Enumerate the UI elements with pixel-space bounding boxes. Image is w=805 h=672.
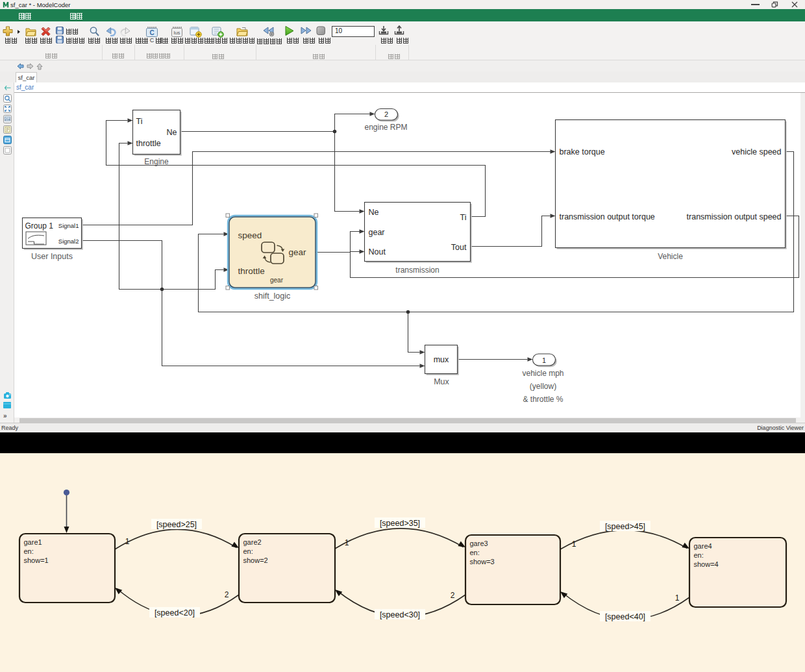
svg-text:brake torque: brake torque [560, 147, 605, 156]
svg-text:1: 1 [572, 540, 576, 549]
svg-text:en:: en: [694, 551, 704, 559]
svg-text:vehicle mph: vehicle mph [522, 369, 564, 378]
svg-text:shift_logic: shift_logic [254, 292, 291, 301]
svg-text:Ne: Ne [167, 128, 177, 137]
svg-text:Signal2: Signal2 [58, 238, 79, 245]
svg-text:gear: gear [288, 247, 306, 257]
svg-text:engine RPM: engine RPM [364, 123, 407, 132]
svg-text:1: 1 [345, 538, 349, 547]
svg-text:1: 1 [125, 537, 130, 546]
svg-text:gare3: gare3 [470, 540, 488, 547]
svg-text:User Inputs: User Inputs [31, 252, 73, 261]
svg-text:Ti: Ti [136, 117, 143, 126]
svg-text:2: 2 [451, 591, 455, 600]
svg-text:throttle: throttle [136, 139, 161, 148]
svg-text:gare4: gare4 [694, 542, 712, 550]
svg-text:& throttle %: & throttle % [523, 395, 563, 404]
svg-text:transmission output speed: transmission output speed [687, 212, 782, 221]
svg-text:gear: gear [369, 228, 385, 237]
svg-text:[speed>35]: [speed>35] [380, 519, 420, 528]
svg-text:Tout: Tout [451, 243, 467, 252]
svg-text:gear: gear [270, 277, 284, 284]
svg-text:[speed>45]: [speed>45] [605, 522, 645, 531]
svg-text:[speed<30]: [speed<30] [380, 610, 420, 619]
svg-text:gare2: gare2 [243, 538, 262, 546]
svg-text:2: 2 [225, 590, 229, 599]
svg-text:1: 1 [542, 356, 546, 364]
svg-text:lus: lus [173, 30, 180, 36]
svg-text:(yellow): (yellow) [530, 382, 556, 391]
svg-text:Signal1: Signal1 [58, 222, 79, 229]
svg-text:Mux: Mux [434, 377, 449, 386]
svg-text:Nout: Nout [369, 247, 386, 256]
svg-text:[speed>25]: [speed>25] [156, 520, 197, 529]
svg-text:show=2: show=2 [243, 556, 268, 564]
svg-text:1: 1 [675, 593, 680, 603]
svg-text:[speed<20]: [speed<20] [155, 608, 195, 617]
svg-text:transmission: transmission [395, 266, 439, 275]
svg-text:C: C [149, 29, 154, 36]
svg-text:Vehicle: Vehicle [658, 252, 683, 261]
svg-text:Group 1: Group 1 [25, 221, 54, 230]
svg-text:speed: speed [238, 230, 262, 240]
svg-text:show=4: show=4 [694, 560, 719, 568]
svg-text:mux: mux [434, 355, 449, 364]
svg-text:Ne: Ne [369, 208, 379, 217]
svg-text:en:: en: [24, 547, 34, 555]
svg-text:Ti: Ti [460, 213, 467, 222]
svg-text:en:: en: [470, 549, 480, 556]
svg-text:en:: en: [243, 547, 253, 555]
svg-text:Engine: Engine [144, 157, 169, 166]
svg-text:gare1: gare1 [24, 538, 42, 546]
svg-text:vehicle speed: vehicle speed [732, 147, 781, 156]
svg-text:[speed<40]: [speed<40] [605, 612, 645, 621]
svg-text:transmission output torque: transmission output torque [560, 212, 655, 221]
svg-text:show=3: show=3 [470, 558, 495, 566]
svg-text:show=1: show=1 [24, 556, 49, 564]
svg-text:2: 2 [384, 110, 388, 118]
svg-text:throttle: throttle [238, 266, 265, 276]
